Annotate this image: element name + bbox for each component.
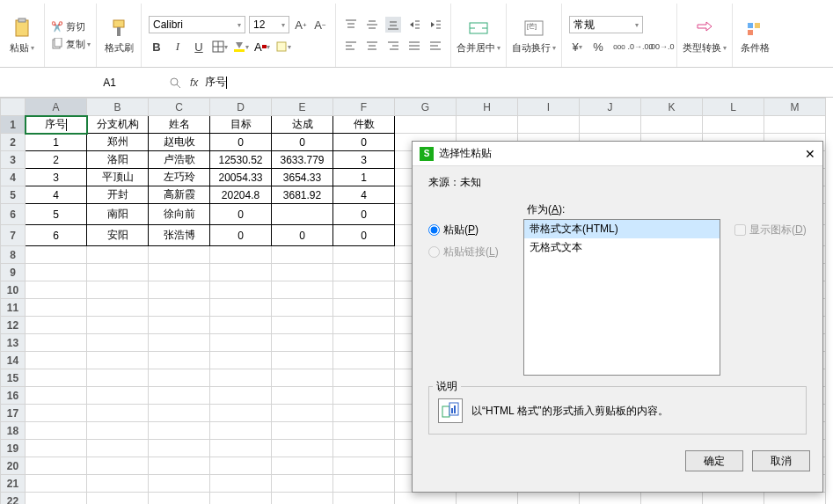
cell[interactable]: 0 [333,204,395,225]
format-listbox[interactable]: 带格式文本(HTML) 无格式文本 [523,219,720,376]
cell[interactable] [333,493,395,505]
cell[interactable] [26,246,87,264]
row-header[interactable]: 21 [1,475,26,493]
cell[interactable] [210,334,272,352]
cell[interactable] [149,334,210,352]
cell[interactable] [149,387,210,405]
formula-input[interactable]: 序号 [205,75,381,90]
cell[interactable]: 6 [26,225,87,246]
align-bottom-icon[interactable] [385,17,401,33]
cell[interactable] [272,422,333,440]
cell[interactable] [272,334,333,352]
cell[interactable] [272,387,333,405]
row-header[interactable]: 3 [1,151,26,169]
comma-button[interactable]: 000 [611,39,627,55]
cell[interactable] [272,475,333,493]
format-painter-button[interactable]: 格式刷 [102,17,135,55]
column-header[interactable]: M [764,99,826,116]
search-fx-icon[interactable] [167,75,183,91]
cell[interactable] [333,457,395,475]
cell[interactable] [149,352,210,369]
cell[interactable] [272,352,333,369]
cell[interactable]: 0 [333,134,395,151]
cell[interactable] [87,440,149,457]
row-header[interactable]: 10 [1,281,26,299]
cell[interactable] [210,299,272,317]
cell[interactable]: 开封 [87,186,149,204]
bold-button[interactable]: B [149,39,164,55]
cell[interactable]: 0 [272,225,333,246]
cell[interactable]: 0 [210,134,272,151]
dialog-titlebar[interactable]: S 选择性粘贴 ✕ [413,142,822,166]
cell[interactable] [149,493,210,505]
align-right-icon[interactable] [385,38,401,54]
cell[interactable] [26,352,87,369]
row-header[interactable]: 16 [1,387,26,405]
cell[interactable]: 20054.33 [210,169,272,186]
cell[interactable] [210,440,272,457]
cell[interactable] [764,493,826,505]
row-header[interactable]: 7 [1,225,26,246]
row-header[interactable]: 9 [1,264,26,281]
row-header[interactable]: 4 [1,169,26,186]
cell[interactable] [210,281,272,299]
paste-button[interactable]: 粘贴▾ [5,17,39,55]
cell[interactable] [210,457,272,475]
column-header[interactable]: E [272,99,333,116]
cell[interactable] [518,493,580,505]
cell[interactable] [333,405,395,422]
cell[interactable] [272,299,333,317]
highlight-button[interactable]: ▾ [275,39,291,55]
conditional-format-button[interactable]: 条件格 [738,17,771,55]
cancel-button[interactable]: 取消 [752,450,810,471]
cell[interactable] [333,246,395,264]
cell[interactable] [210,422,272,440]
cell[interactable] [457,116,518,134]
cell[interactable] [641,493,703,505]
cell[interactable] [580,493,641,505]
cell[interactable]: 序号 [26,116,87,134]
row-header[interactable]: 6 [1,204,26,225]
cell[interactable] [703,493,764,505]
cell[interactable] [333,281,395,299]
cell[interactable]: 1 [333,169,395,186]
cell[interactable] [26,440,87,457]
row-header[interactable]: 20 [1,457,26,475]
cell[interactable] [87,299,149,317]
cell[interactable] [272,281,333,299]
row-header[interactable]: 15 [1,369,26,387]
cell[interactable] [26,387,87,405]
row-header[interactable]: 12 [1,317,26,334]
list-item[interactable]: 无格式文本 [524,238,720,257]
cell[interactable] [333,369,395,387]
cell[interactable]: 郑州 [87,134,149,151]
cell[interactable]: 3 [333,151,395,169]
cell[interactable] [333,387,395,405]
cell[interactable] [333,299,395,317]
cell[interactable] [26,369,87,387]
cell[interactable] [580,116,641,134]
column-header[interactable]: B [87,99,149,116]
cell[interactable] [149,475,210,493]
cell[interactable]: 姓名 [149,116,210,134]
cell[interactable] [210,317,272,334]
cell[interactable] [87,457,149,475]
cell[interactable] [333,264,395,281]
cell[interactable] [149,440,210,457]
row-header[interactable]: 2 [1,134,26,151]
wrap-text-button[interactable]: [芒] 自动换行▾ [512,17,556,55]
column-header[interactable]: K [641,99,703,116]
increase-font-icon[interactable]: A+ [293,17,309,33]
cell[interactable]: 3633.779 [272,151,333,169]
cell[interactable]: 张浩博 [149,225,210,246]
font-size-select[interactable]: 12▾ [249,16,289,33]
orientation-icon[interactable] [427,38,443,54]
decrease-indent-icon[interactable] [406,17,422,33]
increase-decimal-icon[interactable]: .0→.00 [632,39,648,55]
cell[interactable] [87,317,149,334]
cell[interactable] [210,369,272,387]
cell[interactable]: 20204.8 [210,186,272,204]
close-icon[interactable]: ✕ [805,147,815,161]
cell[interactable] [764,116,826,134]
cell[interactable] [272,405,333,422]
